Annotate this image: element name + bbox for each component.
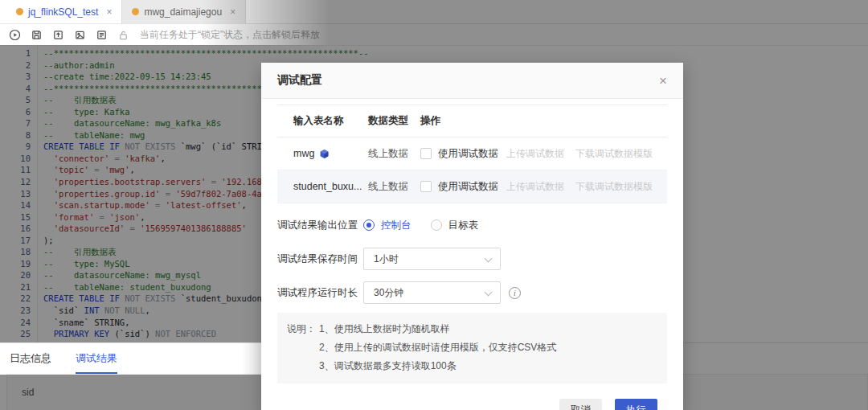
save-time-select[interactable]: 1小时 <box>363 248 501 270</box>
notes-prefix: 说明： <box>287 320 316 375</box>
input-tables: 输入表名称 数据类型 操作 mwg线上数据使用调试数据上传调试数据下载调试数据模… <box>277 105 667 203</box>
data-type-cell: 线上数据 <box>368 147 420 161</box>
save-time-value: 1小时 <box>374 252 399 266</box>
chevron-down-icon <box>485 289 493 297</box>
info-icon[interactable]: i <box>509 287 521 299</box>
table-row: mwg线上数据使用调试数据上传调试数据下载调试数据模版 <box>277 137 667 170</box>
save-time-label: 调试结果保存时间 <box>277 252 363 266</box>
actions-cell: 使用调试数据上传调试数据下载调试数据模版 <box>420 147 667 161</box>
cancel-button[interactable]: 取消 <box>559 399 602 410</box>
use-debug-checkbox[interactable] <box>420 181 432 192</box>
notes-box: 说明： 1、使用线上数据时为随机取样2、使用上传的调试数据时请使用模版，仅支持C… <box>277 313 667 383</box>
debug-config-modal: 调试配置 × 输入表名称 数据类型 操作 mwg线上数据使用调试数据上传调试数据… <box>261 63 683 410</box>
run-duration-label: 调试程序运行时长 <box>277 286 363 300</box>
close-icon[interactable]: × <box>659 74 667 88</box>
output-location-options: 控制台目标表 <box>363 219 478 232</box>
modal-header: 调试配置 × <box>261 63 683 99</box>
run-duration-select[interactable]: 30分钟 <box>363 281 501 304</box>
save-time-row: 调试结果保存时间 1小时 <box>277 248 667 270</box>
modal-title: 调试配置 <box>277 73 322 88</box>
use-debug-label: 使用调试数据 <box>438 180 498 194</box>
table-name: student_buxu... <box>293 181 362 192</box>
radio-label: 控制台 <box>381 219 411 232</box>
table-row: student_buxu...线上数据使用调试数据上传调试数据下载调试数据模版 <box>277 170 667 203</box>
table-name-cell: mwg <box>293 148 368 159</box>
run-duration-row: 调试程序运行时长 30分钟 i <box>277 281 667 304</box>
execute-button[interactable]: 执行 <box>615 399 657 410</box>
output-location-label: 调试结果输出位置 <box>277 219 363 232</box>
modal-body: 输入表名称 数据类型 操作 mwg线上数据使用调试数据上传调试数据下载调试数据模… <box>261 99 683 410</box>
radio-icon[interactable] <box>363 219 375 231</box>
modal-mask-top <box>0 0 868 45</box>
notes-items: 1、使用线上数据时为随机取样2、使用上传的调试数据时请使用模版，仅支持CSV格式… <box>319 320 556 375</box>
col-input-table-name: 输入表名称 <box>293 114 368 128</box>
input-tables-rows: mwg线上数据使用调试数据上传调试数据下载调试数据模版student_buxu.… <box>277 137 667 203</box>
upload-debug-link[interactable]: 上传调试数据 <box>506 180 564 194</box>
radio-icon[interactable] <box>431 219 442 231</box>
table-name-cell: student_buxu... <box>293 181 368 192</box>
note-item: 1、使用线上数据时为随机取样 <box>319 320 556 338</box>
modal-footer: 取消 执行 <box>277 383 667 410</box>
output-location-row: 调试结果输出位置 控制台目标表 <box>277 214 667 236</box>
run-duration-value: 30分钟 <box>374 286 403 300</box>
output-option-unselected[interactable]: 目标表 <box>431 219 479 232</box>
col-actions: 操作 <box>420 114 667 128</box>
use-debug-label: 使用调试数据 <box>438 147 498 161</box>
input-tables-header: 输入表名称 数据类型 操作 <box>277 105 667 137</box>
table-name: mwg <box>293 148 314 159</box>
data-type-cell: 线上数据 <box>368 180 420 194</box>
output-option-selected[interactable]: 控制台 <box>363 219 411 232</box>
col-data-type: 数据类型 <box>368 114 420 128</box>
upload-debug-link[interactable]: 上传调试数据 <box>506 147 564 161</box>
download-template-link[interactable]: 下载调试数据模版 <box>575 180 653 194</box>
note-item: 2、使用上传的调试数据时请使用模版，仅支持CSV格式 <box>319 338 556 357</box>
note-item: 3、调试数据最多支持读取100条 <box>319 357 556 375</box>
download-template-link[interactable]: 下载调试数据模版 <box>575 147 653 161</box>
chevron-down-icon <box>485 255 493 263</box>
use-debug-checkbox[interactable] <box>420 148 432 159</box>
radio-label: 目标表 <box>448 219 479 232</box>
actions-cell: 使用调试数据上传调试数据下载调试数据模版 <box>420 180 667 194</box>
table-cube-icon <box>319 149 330 159</box>
app-window: jq_flinkSQL_test × mwg_daimajiegou × 当前任… <box>0 0 868 410</box>
